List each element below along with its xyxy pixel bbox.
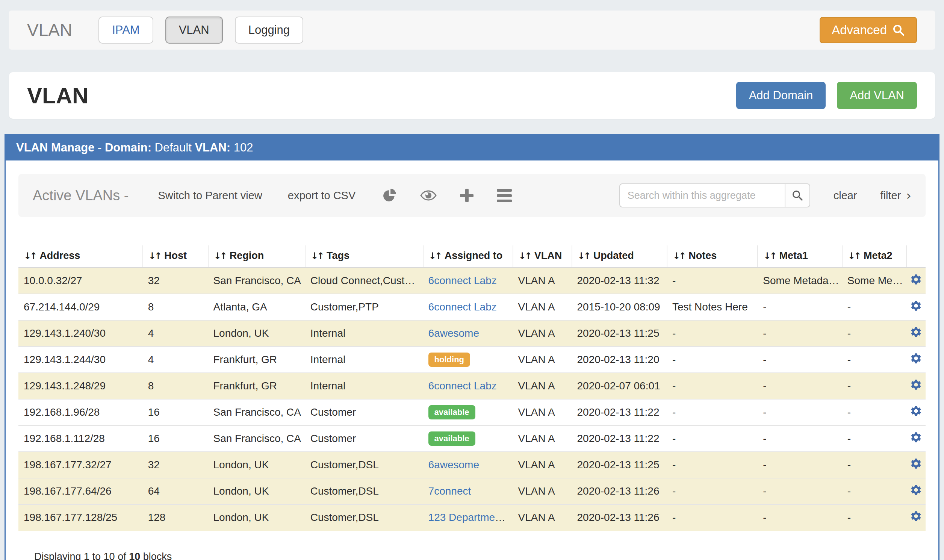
manage-header-vlan-label: VLAN:	[195, 141, 231, 154]
assigned-to-link[interactable]: 123 Department...	[428, 512, 513, 523]
gear-icon[interactable]	[910, 300, 922, 312]
column-header-vlan[interactable]: ↓↑VLAN	[513, 245, 572, 268]
column-header-host[interactable]: ↓↑Host	[143, 245, 208, 268]
gear-icon[interactable]	[910, 431, 922, 443]
cell-address: 192.168.1.112/28	[18, 425, 143, 452]
cell-vlan: VLAN A	[513, 346, 572, 373]
column-header-meta1[interactable]: ↓↑Meta1	[758, 245, 842, 268]
sort-icon: ↓↑	[311, 251, 323, 261]
cell-host: 64	[143, 478, 208, 505]
search-icon	[792, 189, 803, 202]
cell-vlan: VLAN A	[513, 452, 572, 478]
sort-icon: ↓↑	[519, 251, 530, 261]
assigned-to-link[interactable]: 6connect Labz	[428, 380, 497, 392]
advanced-search-button[interactable]: Advanced	[819, 17, 917, 43]
menu-icon[interactable]	[497, 189, 512, 202]
cell-assigned-to: 7connect	[423, 478, 513, 505]
table-row: 67.214.144.0/298Atlanta, GACustomer,PTP6…	[18, 294, 926, 320]
status-badge: available	[428, 431, 475, 446]
table-row: 192.168.1.112/2816San Francisco, CACusto…	[18, 425, 926, 452]
column-header-updated[interactable]: ↓↑Updated	[572, 245, 667, 268]
gear-icon[interactable]	[910, 484, 922, 496]
nav-tab-vlan[interactable]: VLAN	[165, 17, 223, 44]
eye-icon[interactable]	[420, 190, 437, 201]
gear-icon[interactable]	[910, 273, 922, 286]
cell-meta2: -	[842, 505, 906, 531]
cell-meta2: Some Met...	[842, 268, 906, 294]
cell-notes: Test Notes Here	[667, 294, 758, 320]
switch-to-parent-view-link[interactable]: Switch to Parent view	[158, 189, 262, 202]
cell-meta1: -	[758, 505, 842, 531]
pie-chart-icon[interactable]	[383, 188, 397, 203]
active-vlans-title: Active VLANs -	[33, 188, 129, 204]
cell-meta2: -	[842, 425, 906, 452]
nav-tab-ipam[interactable]: IPAM	[98, 17, 153, 44]
vlan-table-head: ↓↑Address↓↑Host↓↑Region↓↑Tags↓↑Assigned …	[18, 245, 926, 268]
column-header-meta2[interactable]: ↓↑Meta2	[842, 245, 906, 268]
gear-icon[interactable]	[910, 352, 922, 365]
cell-tags: Cloud Connect,Customer	[305, 268, 423, 294]
gear-icon[interactable]	[910, 326, 922, 338]
column-header-notes[interactable]: ↓↑Notes	[667, 245, 758, 268]
assigned-to-link[interactable]: 6connect Labz	[428, 275, 497, 286]
cell-vlan: VLAN A	[513, 505, 572, 531]
add-domain-button[interactable]: Add Domain	[736, 82, 826, 109]
column-header-tags[interactable]: ↓↑Tags	[305, 245, 423, 268]
gear-icon[interactable]	[910, 457, 922, 470]
add-vlan-button[interactable]: Add VLAN	[837, 82, 917, 109]
cell-actions	[906, 346, 926, 373]
cell-vlan: VLAN A	[513, 425, 572, 452]
cell-host: 8	[143, 373, 208, 399]
search-icon	[892, 24, 905, 37]
cell-tags: Internal	[305, 373, 423, 399]
gear-icon[interactable]	[910, 378, 922, 391]
cell-tags: Customer,DSL	[305, 505, 423, 531]
cell-meta2: -	[842, 399, 906, 425]
cell-region: London, UK	[208, 505, 305, 531]
cell-region: San Francisco, CA	[208, 399, 305, 425]
cell-meta2: -	[842, 452, 906, 478]
vlan-manage-body: Active VLANs - Switch to Parent view exp…	[6, 160, 938, 560]
cell-tags: Internal	[305, 320, 423, 346]
cell-address: 129.143.1.240/30	[18, 320, 143, 346]
table-row: 129.143.1.240/304London, UKInternal6awes…	[18, 320, 926, 346]
cell-meta2: -	[842, 373, 906, 399]
cell-updated: 2020-02-13 11:26	[572, 478, 667, 505]
cell-tags: Customer	[305, 399, 423, 425]
cell-assigned-to: 6connect Labz	[423, 294, 513, 320]
cell-assigned-to: available	[423, 399, 513, 425]
cell-vlan: VLAN A	[513, 294, 572, 320]
cell-host: 16	[143, 425, 208, 452]
cell-meta2: -	[842, 294, 906, 320]
nav-tab-logging[interactable]: Logging	[235, 17, 303, 44]
table-row: 198.167.177.64/2664London, UKCustomer,DS…	[18, 478, 926, 505]
gear-icon[interactable]	[910, 405, 922, 417]
cell-updated: 2020-02-07 06:01	[572, 373, 667, 399]
gear-icon[interactable]	[910, 510, 922, 522]
column-header-region[interactable]: ↓↑Region	[208, 245, 305, 268]
column-header-address[interactable]: ↓↑Address	[18, 245, 143, 268]
cell-assigned-to: holding	[423, 346, 513, 373]
vlan-table-header-row: ↓↑Address↓↑Host↓↑Region↓↑Tags↓↑Assigned …	[18, 245, 926, 268]
filter-link[interactable]: filter ›	[881, 188, 911, 203]
cell-tags: Customer,DSL	[305, 478, 423, 505]
assigned-to-link[interactable]: 6awesome	[428, 459, 479, 471]
aggregate-search-button[interactable]	[785, 183, 810, 208]
assigned-to-link[interactable]: 6awesome	[428, 327, 479, 339]
export-to-csv-link[interactable]: export to CSV	[288, 189, 356, 202]
cell-meta1: -	[758, 346, 842, 373]
plus-icon[interactable]	[460, 189, 474, 202]
sort-icon: ↓↑	[24, 251, 36, 261]
cell-region: London, UK	[208, 320, 305, 346]
assigned-to-link[interactable]: 7connect	[428, 485, 471, 497]
assigned-to-link[interactable]: 6connect Labz	[428, 301, 497, 313]
aggregate-search-input[interactable]	[619, 183, 785, 208]
clear-filter-link[interactable]: clear	[833, 189, 857, 202]
footer-prefix: Displaying 1 to 10 of	[34, 551, 129, 560]
cell-tags: Customer,PTP	[305, 294, 423, 320]
column-header-assigned-to[interactable]: ↓↑Assigned to	[423, 245, 513, 268]
cell-tags: Customer,DSL	[305, 452, 423, 478]
app-title: VLAN	[27, 20, 72, 40]
cell-meta1: -	[758, 320, 842, 346]
cell-notes: -	[667, 320, 758, 346]
